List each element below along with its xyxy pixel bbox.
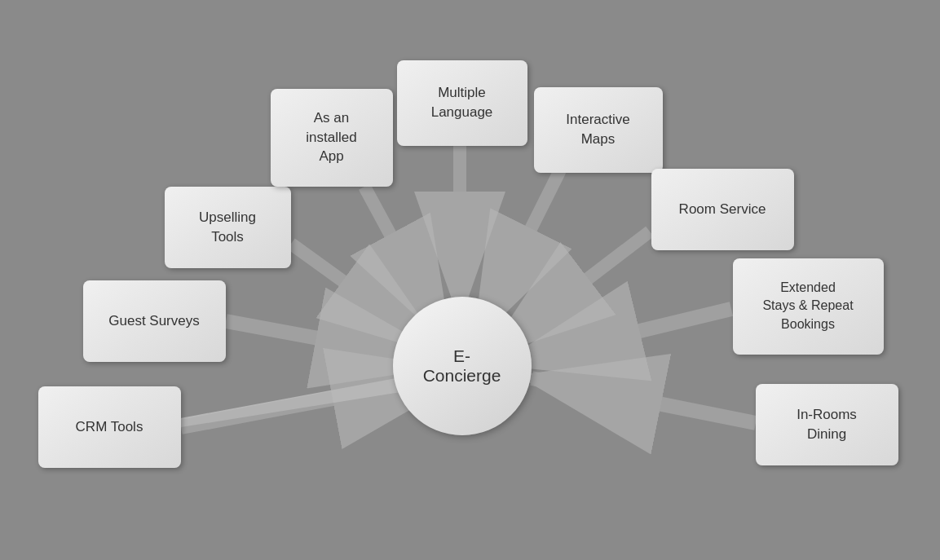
center-circle: E-Concierge bbox=[393, 297, 532, 435]
in-rooms-dining-box: In-RoomsDining bbox=[756, 384, 898, 465]
upselling-tools-box: UpsellingTools bbox=[165, 187, 291, 268]
interactive-maps-box: InteractiveMaps bbox=[534, 87, 663, 173]
installed-app-box: As aninstalledApp bbox=[271, 89, 393, 187]
svg-line-8 bbox=[511, 309, 731, 362]
multiple-language-box: MultipleLanguage bbox=[397, 60, 527, 146]
svg-line-9 bbox=[532, 378, 756, 423]
guest-surveys-box: Guest Surveys bbox=[83, 280, 226, 362]
crm-tools-box: CRM Tools bbox=[38, 386, 181, 468]
diagram-container: CRM Tools Guest Surveys UpsellingTools A… bbox=[22, 15, 919, 545]
extended-stays-box: ExtendedStays & RepeatBookings bbox=[733, 258, 884, 355]
room-service-box: Room Service bbox=[651, 169, 794, 250]
